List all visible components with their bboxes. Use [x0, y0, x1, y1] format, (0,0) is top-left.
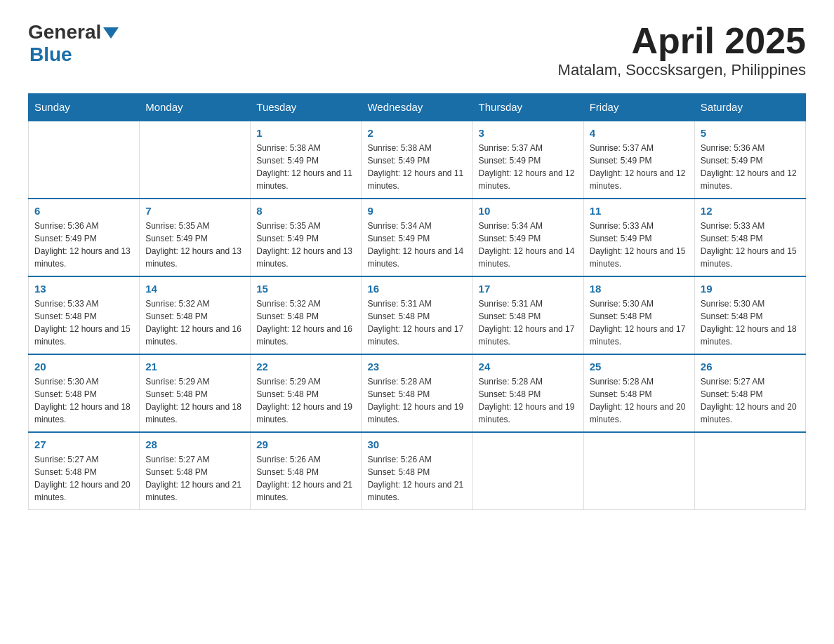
table-row — [140, 121, 251, 199]
table-row: 12Sunrise: 5:33 AMSunset: 5:48 PMDayligh… — [694, 199, 805, 276]
day-info: Sunrise: 5:35 AMSunset: 5:49 PMDaylight:… — [145, 220, 244, 270]
table-row: 27Sunrise: 5:27 AMSunset: 5:48 PMDayligh… — [29, 432, 140, 510]
calendar-title: April 2025 — [558, 21, 806, 61]
header-tuesday: Tuesday — [251, 94, 362, 121]
table-row: 10Sunrise: 5:34 AMSunset: 5:49 PMDayligh… — [472, 199, 583, 276]
day-info: Sunrise: 5:33 AMSunset: 5:48 PMDaylight:… — [701, 220, 800, 270]
day-number: 15 — [256, 283, 355, 295]
day-number: 7 — [145, 205, 244, 217]
table-row: 6Sunrise: 5:36 AMSunset: 5:49 PMDaylight… — [29, 199, 140, 276]
table-row — [472, 432, 583, 510]
logo: General Blue — [28, 21, 119, 66]
day-number: 4 — [590, 127, 689, 139]
day-number: 22 — [256, 361, 355, 373]
table-row: 21Sunrise: 5:29 AMSunset: 5:48 PMDayligh… — [140, 354, 251, 432]
calendar-table: Sunday Monday Tuesday Wednesday Thursday… — [28, 93, 806, 510]
day-info: Sunrise: 5:28 AMSunset: 5:48 PMDaylight:… — [367, 375, 466, 426]
day-number: 28 — [145, 438, 244, 450]
day-info: Sunrise: 5:29 AMSunset: 5:48 PMDaylight:… — [145, 375, 244, 426]
day-number: 3 — [479, 127, 578, 139]
table-row: 3Sunrise: 5:37 AMSunset: 5:49 PMDaylight… — [472, 121, 583, 199]
table-row: 26Sunrise: 5:27 AMSunset: 5:48 PMDayligh… — [694, 354, 805, 432]
day-info: Sunrise: 5:29 AMSunset: 5:48 PMDaylight:… — [256, 375, 355, 426]
table-row: 17Sunrise: 5:31 AMSunset: 5:48 PMDayligh… — [472, 276, 583, 354]
day-number: 12 — [701, 205, 800, 217]
day-number: 17 — [479, 283, 578, 295]
table-row: 29Sunrise: 5:26 AMSunset: 5:48 PMDayligh… — [251, 432, 362, 510]
day-info: Sunrise: 5:32 AMSunset: 5:48 PMDaylight:… — [256, 297, 355, 348]
table-row: 14Sunrise: 5:32 AMSunset: 5:48 PMDayligh… — [140, 276, 251, 354]
table-row: 28Sunrise: 5:27 AMSunset: 5:48 PMDayligh… — [140, 432, 251, 510]
day-number: 23 — [367, 361, 466, 373]
day-info: Sunrise: 5:37 AMSunset: 5:49 PMDaylight:… — [590, 142, 689, 192]
day-number: 13 — [34, 283, 133, 295]
table-row: 30Sunrise: 5:26 AMSunset: 5:48 PMDayligh… — [362, 432, 472, 510]
table-row: 22Sunrise: 5:29 AMSunset: 5:48 PMDayligh… — [251, 354, 362, 432]
week-row: 27Sunrise: 5:27 AMSunset: 5:48 PMDayligh… — [29, 432, 806, 510]
day-info: Sunrise: 5:30 AMSunset: 5:48 PMDaylight:… — [34, 375, 133, 426]
table-row: 19Sunrise: 5:30 AMSunset: 5:48 PMDayligh… — [694, 276, 805, 354]
header-monday: Monday — [140, 94, 251, 121]
table-row: 23Sunrise: 5:28 AMSunset: 5:48 PMDayligh… — [362, 354, 472, 432]
day-info: Sunrise: 5:31 AMSunset: 5:48 PMDaylight:… — [367, 297, 466, 348]
calendar-subtitle: Matalam, Soccsksargen, Philippines — [558, 61, 806, 79]
week-row: 13Sunrise: 5:33 AMSunset: 5:48 PMDayligh… — [29, 276, 806, 354]
day-number: 19 — [701, 283, 800, 295]
day-info: Sunrise: 5:28 AMSunset: 5:48 PMDaylight:… — [479, 375, 578, 426]
day-info: Sunrise: 5:37 AMSunset: 5:49 PMDaylight:… — [479, 142, 578, 192]
table-row: 20Sunrise: 5:30 AMSunset: 5:48 PMDayligh… — [29, 354, 140, 432]
day-number: 27 — [34, 438, 133, 450]
logo-blue-text: Blue — [29, 43, 72, 66]
header-thursday: Thursday — [472, 94, 583, 121]
day-info: Sunrise: 5:28 AMSunset: 5:48 PMDaylight:… — [590, 375, 689, 426]
day-info: Sunrise: 5:34 AMSunset: 5:49 PMDaylight:… — [479, 220, 578, 270]
day-number: 21 — [145, 361, 244, 373]
table-row: 9Sunrise: 5:34 AMSunset: 5:49 PMDaylight… — [362, 199, 472, 276]
table-row: 25Sunrise: 5:28 AMSunset: 5:48 PMDayligh… — [583, 354, 694, 432]
header-friday: Friday — [583, 94, 694, 121]
day-number: 26 — [701, 361, 800, 373]
day-number: 9 — [367, 205, 466, 217]
day-number: 30 — [367, 438, 466, 450]
table-row — [694, 432, 805, 510]
table-row: 15Sunrise: 5:32 AMSunset: 5:48 PMDayligh… — [251, 276, 362, 354]
day-info: Sunrise: 5:34 AMSunset: 5:49 PMDaylight:… — [367, 220, 466, 270]
table-row: 18Sunrise: 5:30 AMSunset: 5:48 PMDayligh… — [583, 276, 694, 354]
table-row: 24Sunrise: 5:28 AMSunset: 5:48 PMDayligh… — [472, 354, 583, 432]
day-number: 6 — [34, 205, 133, 217]
day-info: Sunrise: 5:33 AMSunset: 5:48 PMDaylight:… — [34, 297, 133, 348]
week-row: 1Sunrise: 5:38 AMSunset: 5:49 PMDaylight… — [29, 121, 806, 199]
table-row: 11Sunrise: 5:33 AMSunset: 5:49 PMDayligh… — [583, 199, 694, 276]
day-number: 14 — [145, 283, 244, 295]
header-saturday: Saturday — [694, 94, 805, 121]
day-info: Sunrise: 5:38 AMSunset: 5:49 PMDaylight:… — [256, 142, 355, 192]
table-row — [583, 432, 694, 510]
day-number: 24 — [479, 361, 578, 373]
day-info: Sunrise: 5:30 AMSunset: 5:48 PMDaylight:… — [701, 297, 800, 348]
day-info: Sunrise: 5:27 AMSunset: 5:48 PMDaylight:… — [701, 375, 800, 426]
day-number: 16 — [367, 283, 466, 295]
table-row: 1Sunrise: 5:38 AMSunset: 5:49 PMDaylight… — [251, 121, 362, 199]
day-info: Sunrise: 5:27 AMSunset: 5:48 PMDaylight:… — [34, 453, 133, 504]
day-info: Sunrise: 5:32 AMSunset: 5:48 PMDaylight:… — [145, 297, 244, 348]
table-row: 16Sunrise: 5:31 AMSunset: 5:48 PMDayligh… — [362, 276, 472, 354]
weekday-header-row: Sunday Monday Tuesday Wednesday Thursday… — [29, 94, 806, 121]
day-number: 25 — [590, 361, 689, 373]
day-info: Sunrise: 5:26 AMSunset: 5:48 PMDaylight:… — [256, 453, 355, 504]
table-row — [29, 121, 140, 199]
day-info: Sunrise: 5:38 AMSunset: 5:49 PMDaylight:… — [367, 142, 466, 192]
day-info: Sunrise: 5:26 AMSunset: 5:48 PMDaylight:… — [367, 453, 466, 504]
day-number: 18 — [590, 283, 689, 295]
day-info: Sunrise: 5:33 AMSunset: 5:49 PMDaylight:… — [590, 220, 689, 270]
table-row: 7Sunrise: 5:35 AMSunset: 5:49 PMDaylight… — [140, 199, 251, 276]
day-info: Sunrise: 5:27 AMSunset: 5:48 PMDaylight:… — [145, 453, 244, 504]
table-row: 4Sunrise: 5:37 AMSunset: 5:49 PMDaylight… — [583, 121, 694, 199]
day-number: 5 — [701, 127, 800, 139]
table-row: 13Sunrise: 5:33 AMSunset: 5:48 PMDayligh… — [29, 276, 140, 354]
logo-general-text: General — [28, 21, 101, 43]
day-number: 8 — [256, 205, 355, 217]
title-block: April 2025 Matalam, Soccsksargen, Philip… — [558, 21, 806, 79]
page-header: General Blue April 2025 Matalam, Soccsks… — [28, 21, 806, 79]
logo-triangle-icon — [103, 27, 119, 39]
day-info: Sunrise: 5:36 AMSunset: 5:49 PMDaylight:… — [34, 220, 133, 270]
